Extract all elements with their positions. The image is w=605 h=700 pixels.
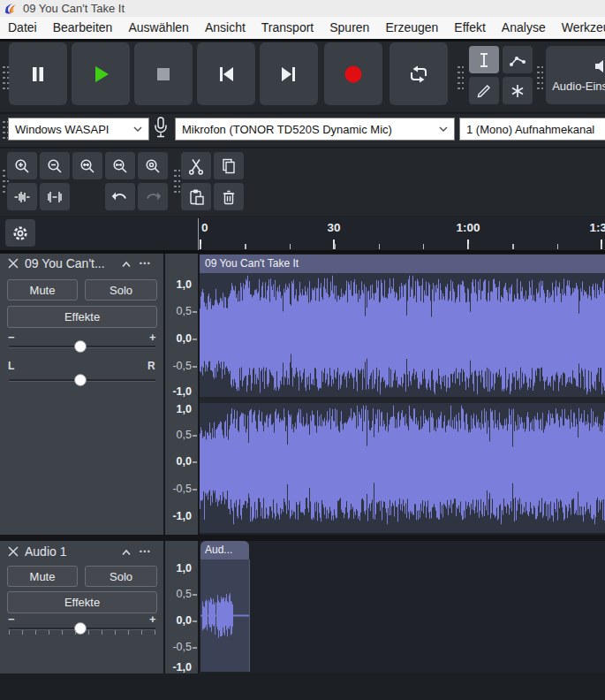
selection-tool-button[interactable] — [469, 46, 499, 73]
trim-icon — [13, 188, 31, 206]
audio-setup-button[interactable]: Audio-Einstellungen — [546, 46, 605, 104]
track1-clip-header[interactable]: 09 You Can't Take It — [200, 255, 605, 273]
chevron-down-icon — [133, 126, 142, 132]
amp-label: 0,5 — [164, 588, 192, 600]
time-label: 1:30 — [589, 221, 605, 234]
menu-transport[interactable]: Transport — [253, 17, 321, 39]
loop-button[interactable] — [389, 42, 448, 105]
zoom-out-button[interactable] — [40, 152, 70, 179]
track2-solo-button[interactable]: Solo — [85, 566, 157, 587]
timeline-options-button[interactable] — [5, 219, 35, 247]
amp-label: -1,0 — [164, 661, 192, 673]
zoom-out-icon — [46, 157, 64, 175]
trim-outside-selection-button[interactable] — [7, 183, 37, 210]
amp-label: 0,0 — [164, 455, 192, 468]
track2-collapse-button chevron-up-icon[interactable] — [121, 549, 132, 556]
selection-tool-icon — [475, 51, 493, 69]
time-label: 30 — [327, 221, 340, 234]
menu-auswaehlen[interactable]: Auswählen — [120, 17, 197, 39]
paste-button[interactable] — [181, 183, 211, 210]
recording-channels-select[interactable]: 1 (Mono) Aufnahmekanal — [459, 118, 605, 141]
track2-close-button close-icon[interactable] — [8, 546, 19, 557]
menu-spuren[interactable]: Spuren — [321, 17, 377, 39]
amp-label: 0,0 — [164, 332, 192, 345]
copy-button[interactable] — [214, 152, 244, 179]
redo-button[interactable] — [138, 183, 168, 210]
track2-gain-thumb[interactable] — [74, 622, 87, 635]
draw-tool-icon — [475, 82, 493, 100]
stop-button[interactable] — [134, 42, 193, 105]
recording-device-select[interactable]: Mikrofon (TONOR TD520S Dynamic Mic) — [175, 118, 455, 141]
zoom-selection-button[interactable] — [72, 152, 102, 179]
window-title: 09 You Can't Take It — [23, 2, 125, 15]
track2-mute-button[interactable]: Mute — [7, 566, 78, 587]
skip-to-start-button[interactable] — [197, 42, 255, 105]
silence-icon — [46, 188, 64, 206]
track1-close-button close-icon[interactable] — [8, 258, 19, 269]
track2-clip-header[interactable]: Aud... — [200, 541, 249, 559]
tools-toolbar-grip[interactable] — [457, 65, 464, 91]
multi-tool-button[interactable] — [503, 77, 533, 104]
undo-icon — [111, 188, 129, 206]
amp-label: -0,5 — [164, 360, 192, 372]
amp-label: 1,0 — [164, 278, 192, 291]
track-separator[interactable] — [0, 535, 605, 541]
track1-effects-button[interactable]: Effekte — [7, 306, 157, 328]
edit-group-grip[interactable] — [173, 168, 180, 194]
transport-toolbar-grip[interactable] — [2, 65, 9, 91]
zoom-in-button[interactable] — [7, 152, 37, 179]
track1-channel2-waveform[interactable] — [200, 403, 605, 527]
track1-title: 09 You Can't... — [25, 256, 118, 270]
recording-channels-value: 1 (Mono) Aufnahmekanal — [466, 123, 594, 136]
cut-button[interactable] — [181, 152, 211, 179]
track2-menu-button kebab-icon[interactable]: ⋯ — [139, 544, 152, 558]
envelope-tool-button[interactable] — [503, 46, 533, 73]
track1-menu-button kebab-icon[interactable]: ⋯ — [139, 255, 152, 270]
panel-divider[interactable] — [163, 254, 165, 535]
play-button[interactable] — [72, 42, 130, 105]
amp-label: -0,5 — [164, 641, 192, 653]
track2-title: Audio 1 — [25, 544, 118, 559]
redo-icon — [144, 188, 162, 206]
menu-datei[interactable]: Datei — [0, 17, 45, 39]
track1-collapse-button chevron-up-icon[interactable] — [121, 261, 132, 268]
zoom-fit-button[interactable] — [105, 152, 135, 179]
toolbar-divider — [0, 147, 605, 148]
menu-effekt[interactable]: Effekt — [446, 17, 494, 39]
track1-mute-button[interactable]: Mute — [7, 279, 78, 301]
track2-vertical-scale[interactable] — [164, 541, 198, 673]
track1-clip-bottom — [200, 527, 605, 533]
audacity-window: 09 You Can't Take It Datei Bearbeiten Au… — [0, 0, 605, 700]
timeline-bar: 0 30 1:00 1:30 — [0, 216, 605, 250]
zoom-fit-icon — [111, 157, 129, 175]
tracks-empty-area[interactable] — [0, 673, 605, 700]
undo-button[interactable] — [105, 183, 135, 210]
recording-device-value: Mikrofon (TONOR TD520S Dynamic Mic) — [182, 123, 392, 136]
panel-divider[interactable] — [163, 541, 165, 673]
menu-bearbeiten[interactable]: Bearbeiten — [45, 17, 121, 39]
track2-effects-button[interactable]: Effekte — [7, 591, 157, 613]
menu-analyse[interactable]: Analyse — [494, 17, 554, 39]
menu-ansicht[interactable]: Ansicht — [197, 17, 253, 39]
track1-channel1-waveform[interactable] — [200, 273, 605, 397]
track2-clip-waveform[interactable] — [200, 559, 250, 672]
audio-setup-grip[interactable] — [536, 65, 543, 91]
skip-to-end-icon — [278, 64, 299, 85]
record-button[interactable] — [324, 42, 382, 105]
skip-to-end-button[interactable] — [260, 42, 318, 105]
pause-button[interactable] — [9, 42, 67, 105]
zoom-toggle-button[interactable] — [138, 152, 168, 179]
stop-icon — [153, 64, 174, 85]
time-ruler-origin-line — [198, 218, 199, 250]
draw-tool-button[interactable] — [469, 77, 499, 104]
time-label: 0 — [201, 221, 208, 234]
track1-gain-thumb[interactable] — [74, 340, 87, 353]
track1-solo-button[interactable]: Solo — [85, 279, 157, 301]
audio-host-select[interactable]: Windows WASAPI — [8, 118, 149, 141]
menu-werkzeuge[interactable]: Werkzeuge — [554, 17, 605, 39]
track1-pan-thumb[interactable] — [74, 374, 87, 386]
menu-erzeugen[interactable]: Erzeugen — [377, 17, 446, 39]
amp-label: -0,5 — [164, 483, 192, 495]
silence-selection-button[interactable] — [40, 183, 70, 210]
delete-button[interactable] — [214, 183, 244, 210]
